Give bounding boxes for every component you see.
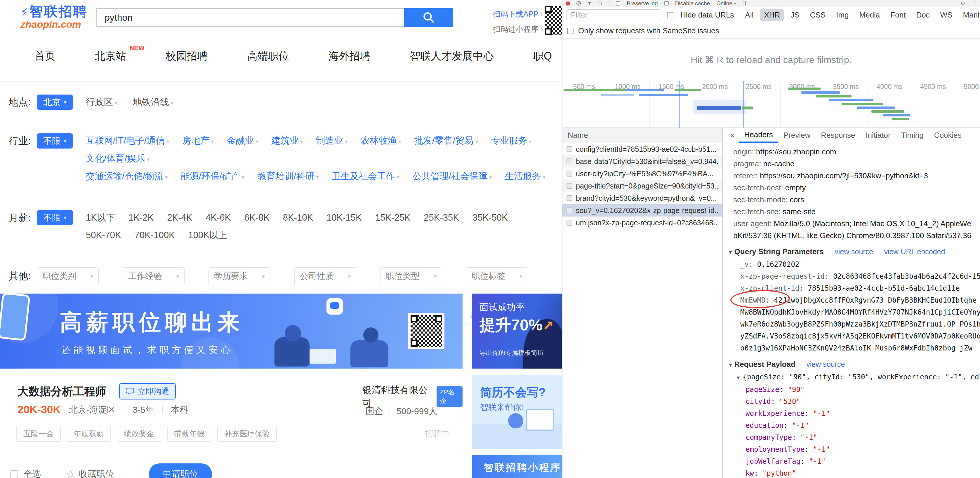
settings-gear-icon[interactable]: ⚙ <box>961 0 965 6</box>
detail-tab[interactable]: Timing <box>896 128 929 143</box>
request-type-filter[interactable]: WS <box>936 9 957 21</box>
filter-option[interactable]: 行政区 <box>86 94 118 112</box>
job-title[interactable]: 大数据分析工程师 <box>18 384 106 399</box>
location-selected-chip[interactable]: 北京 <box>37 95 73 110</box>
preserve-log-checkbox[interactable] <box>616 1 620 6</box>
salary-option[interactable]: 70K-100K <box>135 227 175 244</box>
select-all-checkbox[interactable] <box>10 470 18 478</box>
request-type-filter[interactable]: Img <box>832 9 853 21</box>
nav-item[interactable]: 校园招聘 <box>165 49 208 64</box>
request-row[interactable]: base-data?CityId=530&init=false&_v=0.944… <box>562 155 722 167</box>
request-type-filter[interactable]: Media <box>855 9 884 21</box>
industry-option[interactable]: 农林牧渔 <box>360 132 401 150</box>
salary-option[interactable]: 25K-35K <box>424 209 459 227</box>
detail-tab[interactable]: Initiator <box>860 128 896 143</box>
nav-item[interactable]: 职Q <box>533 49 552 64</box>
payload-preview-line[interactable]: {pageSize: "90", cityId: "530", workExpe… <box>723 371 980 384</box>
search-input[interactable] <box>96 8 404 27</box>
industry-option[interactable]: 制造业 <box>316 132 348 150</box>
other-filter-dropdown[interactable]: 工作经验 <box>123 267 185 286</box>
salary-option[interactable]: 2K-4K <box>167 209 192 227</box>
samesite-checkbox[interactable] <box>567 28 574 34</box>
other-filter-dropdown[interactable]: 公司性质 <box>294 267 356 286</box>
request-row[interactable]: um.json?x-zp-page-request-id=02c863468..… <box>562 216 722 229</box>
request-type-filter[interactable]: XHR <box>760 9 784 21</box>
close-detail-icon[interactable]: × <box>725 128 739 143</box>
interview-rate-banner[interactable]: 面试成功率 提升70%↗ 导出你的专属模板简历 <box>472 294 562 368</box>
industry-option[interactable]: 批发/零售/贸易 <box>414 132 478 150</box>
view-url-encoded-link[interactable]: view URL encoded <box>884 248 945 256</box>
salary-option[interactable]: 4K-6K <box>205 209 231 227</box>
request-type-filter[interactable]: All <box>741 9 758 21</box>
industry-option[interactable]: 专业服务 <box>491 132 532 150</box>
detail-tab[interactable]: Response <box>816 128 860 143</box>
filter-funnel-icon[interactable] <box>587 2 592 6</box>
hide-data-urls-checkbox[interactable] <box>667 12 673 18</box>
request-type-filter[interactable]: Manifest <box>959 9 980 21</box>
industry-option[interactable]: 文化/体育/娱乐 <box>86 150 150 168</box>
apply-jobs-button[interactable]: 申请职位 <box>149 464 212 478</box>
detail-tab[interactable]: Headers <box>739 128 778 143</box>
salary-option[interactable]: 8K-10K <box>283 209 313 227</box>
nav-item[interactable]: 首页 <box>35 49 56 64</box>
detail-tab[interactable]: Preview <box>778 128 816 143</box>
clear-icon[interactable] <box>576 1 581 6</box>
mini-program-link[interactable]: 扫码进小程序 <box>493 25 543 33</box>
request-type-filter[interactable]: CSS <box>806 9 830 21</box>
industry-option[interactable]: 卫生及社会工作 <box>332 168 400 186</box>
industry-option[interactable]: 能源/环保/矿产 <box>181 168 245 186</box>
salary-option[interactable]: 50K-70K <box>86 227 121 244</box>
salary-option[interactable]: 35K-50K <box>473 209 508 227</box>
site-logo[interactable]: ⚡智联招聘 zhaopin.com <box>21 4 88 30</box>
salary-option[interactable]: 100K以上 <box>188 227 228 244</box>
other-filter-dropdown[interactable]: 职位类别 <box>37 267 99 286</box>
throttling-select[interactable]: Online <box>716 0 736 7</box>
search-button[interactable] <box>404 8 453 27</box>
industry-option[interactable]: 交通运输/仓储/物流 <box>86 168 168 186</box>
salary-option[interactable]: 15K-25K <box>375 209 410 227</box>
industry-option[interactable]: 金融业 <box>227 132 259 150</box>
request-type-filter[interactable]: Font <box>886 9 910 21</box>
industry-option[interactable]: 生活服务 <box>505 168 546 186</box>
request-payload-section-title[interactable]: Request Payload view source <box>723 358 980 371</box>
nav-item[interactable]: 智联人才发展中心 <box>410 49 494 64</box>
favorite-jobs-button[interactable]: ☆ 收藏职位 <box>66 468 114 478</box>
nav-item[interactable]: 北京站NEW <box>95 49 126 64</box>
other-filter-dropdown[interactable]: 职位标签 <box>466 267 528 286</box>
filter-option[interactable]: 地铁沿线 <box>133 94 174 112</box>
download-app-link[interactable]: 扫码下载APP <box>493 10 543 18</box>
salary-option[interactable]: 10K-15K <box>326 209 362 227</box>
promo-banner[interactable]: 高薪职位聊出来 还能视频面试，求职方便又安心 <box>0 294 463 368</box>
request-row[interactable]: user-city?ipCity=%E5%8C%97%E4%BA... <box>562 167 722 180</box>
request-row[interactable]: page-title?start=0&pageSize=90&cityId=53… <box>562 180 722 192</box>
query-string-section-title[interactable]: Query String Parameters view source view… <box>723 246 980 259</box>
salary-option[interactable]: 1K-2K <box>129 209 154 227</box>
detail-tab[interactable]: Cookies <box>929 128 967 143</box>
request-type-filter[interactable]: Doc <box>912 9 934 21</box>
other-filter-dropdown[interactable]: 学历要求 <box>208 267 270 286</box>
request-row[interactable]: config?clientId=78515b93-ae02-4ccb-b51..… <box>562 143 722 155</box>
resume-help-banner[interactable]: 简历不会写? 智联来帮你! <box>472 375 562 449</box>
salary-option[interactable]: 1K以下 <box>86 209 115 227</box>
view-source-link[interactable]: view source <box>835 248 873 256</box>
name-column-header[interactable]: Name <box>562 128 722 143</box>
industry-option[interactable]: 教育培训/科研 <box>258 168 319 186</box>
record-button[interactable] <box>566 2 570 6</box>
nav-item[interactable]: 海外招聘 <box>329 49 371 64</box>
nav-item[interactable]: 高端职位 <box>247 49 289 64</box>
industry-option[interactable]: 公共管理/社会保障 <box>413 168 492 186</box>
chat-now-button[interactable]: 立即沟通 <box>119 383 176 400</box>
other-filter-dropdown[interactable]: 职位类型 <box>380 267 442 286</box>
industry-option[interactable]: 建筑业 <box>271 132 303 150</box>
salary-option[interactable]: 6K-8K <box>244 209 269 227</box>
more-options-icon[interactable]: ⋮ <box>972 0 977 6</box>
mini-program-banner[interactable]: 智联招聘小程序 <box>472 455 562 478</box>
industry-option[interactable]: 房地产 <box>182 132 214 150</box>
search-icon[interactable] <box>598 1 603 6</box>
request-type-filter[interactable]: JS <box>786 9 803 21</box>
request-row[interactable]: brand?cityid=530&keyword=python&_v=0... <box>562 192 722 204</box>
network-filter-input[interactable] <box>566 10 660 21</box>
disable-cache-checkbox[interactable] <box>664 1 669 6</box>
network-conditions-icon[interactable]: ⇅ <box>743 0 747 6</box>
industry-selected-chip[interactable]: 不限 <box>37 133 73 149</box>
